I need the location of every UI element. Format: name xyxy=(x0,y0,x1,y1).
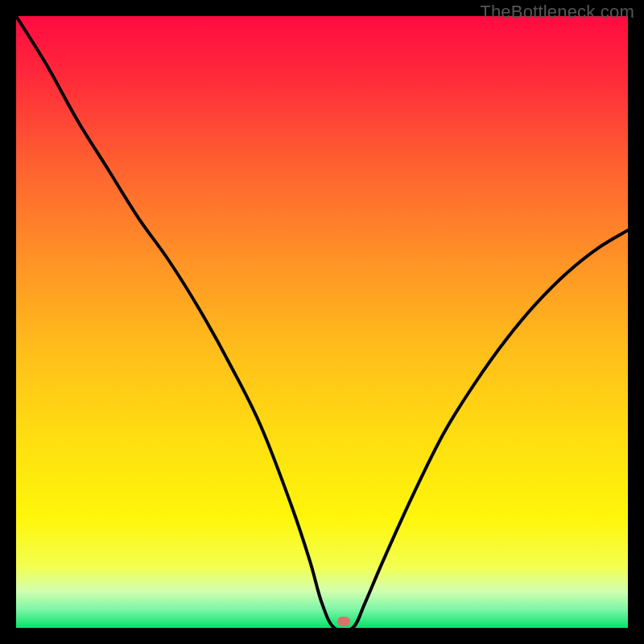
chart-svg xyxy=(16,16,628,628)
plot-area xyxy=(16,16,628,628)
gradient-background xyxy=(16,16,628,628)
chart-container: { "watermark": "TheBottleneck.com", "mar… xyxy=(0,0,644,644)
optimal-point-marker xyxy=(337,617,350,626)
watermark-text: TheBottleneck.com xyxy=(480,2,634,23)
